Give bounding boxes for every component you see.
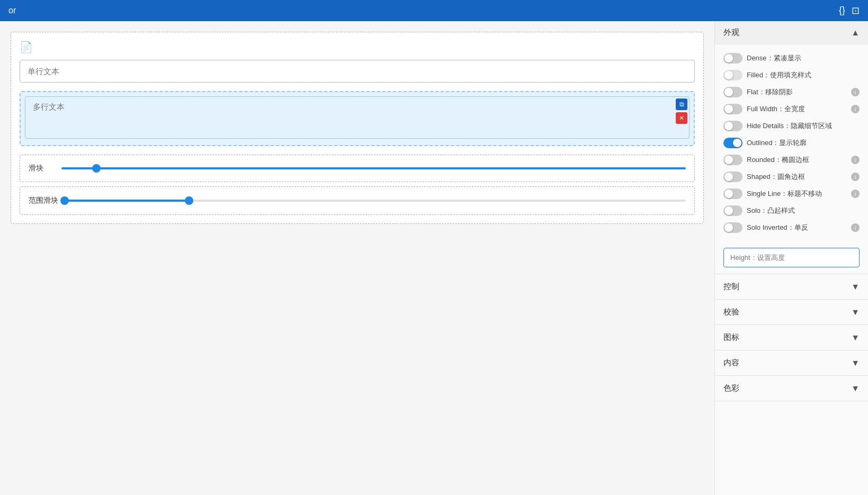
section-title-validate: 校验	[723, 307, 739, 317]
multiline-textarea[interactable]	[25, 96, 690, 139]
toggle-switch-soloinverted[interactable]	[723, 222, 742, 233]
toggle-knob-soloinverted	[724, 223, 733, 232]
toggle-label-soloinverted: Solo Inverted：单反	[747, 223, 808, 232]
toggle-label-flat: Flat：移除阴影	[747, 87, 793, 97]
height-input[interactable]	[723, 248, 860, 267]
range-slider-label: 范围滑块	[29, 196, 58, 205]
topbar-title: or	[8, 6, 16, 15]
info-icon-soloinverted[interactable]: i	[851, 223, 860, 232]
copy-button[interactable]: ⧉	[676, 98, 687, 110]
toggle-switch-fullwidth[interactable]	[723, 104, 742, 114]
toggle-switch-hidedetails[interactable]	[723, 121, 742, 131]
toggle-knob-hidedetails	[724, 122, 733, 130]
slider-input[interactable]	[61, 167, 686, 169]
appearance-chevron-icon: ▲	[851, 28, 860, 38]
toggle-left-hidedetails: Hide Details：隐藏细节区域	[723, 121, 832, 131]
height-section	[715, 241, 868, 274]
section-header-content[interactable]: 内容▼	[715, 350, 868, 376]
slider-section: 滑块	[20, 155, 695, 182]
chevron-icon-validate: ▼	[851, 308, 860, 317]
toggle-left-solo: Solo：凸起样式	[723, 205, 795, 216]
toggle-knob-shaped	[724, 173, 733, 181]
chevron-icon-content: ▼	[851, 358, 860, 368]
copy-icon: ⧉	[676, 98, 687, 110]
toggle-switch-filled	[723, 70, 742, 80]
topbar: or {} ⊡	[0, 0, 868, 21]
toggle-left-dense: Dense：紧凑显示	[723, 53, 801, 64]
toggle-switch-shaped[interactable]	[723, 172, 742, 182]
appearance-content: Dense：紧凑显示Filled：使用填充样式Flat：移除阴影iFull Wi…	[715, 44, 868, 241]
toggle-row-solo: Solo：凸起样式	[723, 202, 860, 219]
close-button[interactable]: ✕	[676, 112, 687, 124]
toggle-label-outlined: Outlined：显示轮廓	[747, 138, 807, 148]
range-section: 范围滑块	[20, 186, 695, 215]
main-layout: 📄 ⧉ ✕ 滑块	[0, 21, 868, 495]
toggle-row-fullwidth: Full Width：全宽度i	[723, 101, 860, 118]
toggle-label-shaped: Shaped：圆角边框	[747, 172, 805, 182]
toggle-knob-singleline	[724, 190, 733, 198]
appearance-section-header[interactable]: 外观 ▲	[715, 21, 868, 44]
toggle-label-filled: Filled：使用填充样式	[747, 70, 811, 80]
section-header-validate[interactable]: 校验▼	[715, 300, 868, 325]
toggle-knob-rounded	[724, 156, 733, 164]
toggle-row-singleline: Single Line：标题不移动i	[723, 185, 860, 202]
toggle-knob-solo	[724, 206, 733, 215]
right-panel: 外观 ▲ Dense：紧凑显示Filled：使用填充样式Flat：移除阴影iFu…	[714, 21, 868, 495]
toggle-label-hidedetails: Hide Details：隐藏细节区域	[747, 121, 832, 131]
toggle-row-dense: Dense：紧凑显示	[723, 50, 860, 67]
toggle-knob-flat	[724, 88, 733, 96]
range-thumb-right[interactable]	[185, 196, 193, 205]
toggle-switch-singleline[interactable]	[723, 188, 742, 199]
toggle-row-outlined: Outlined：显示轮廓	[723, 134, 860, 151]
toggle-left-flat: Flat：移除阴影	[723, 87, 793, 97]
toggle-switch-outlined[interactable]	[723, 138, 742, 148]
left-panel: 📄 ⧉ ✕ 滑块	[0, 21, 714, 495]
single-line-section	[20, 60, 695, 83]
close-icon: ✕	[676, 112, 687, 124]
code-icon[interactable]: {}	[839, 5, 845, 16]
info-icon-rounded[interactable]: i	[851, 156, 860, 164]
single-line-input[interactable]	[20, 60, 695, 83]
toggle-label-solo: Solo：凸起样式	[747, 206, 795, 215]
file-icon: 📄	[20, 41, 33, 53]
chevron-icon-control: ▼	[851, 282, 860, 292]
toggle-knob-outlined	[733, 139, 741, 147]
slider-label: 滑块	[29, 164, 55, 173]
toggle-left-singleline: Single Line：标题不移动	[723, 188, 822, 199]
info-icon-fullwidth[interactable]: i	[851, 105, 860, 113]
range-thumb-left[interactable]	[60, 196, 69, 205]
toggle-left-soloinverted: Solo Inverted：单反	[723, 222, 808, 233]
toggle-row-flat: Flat：移除阴影i	[723, 84, 860, 101]
toggle-left-rounded: Rounded：椭圆边框	[723, 155, 809, 165]
toggle-left-fullwidth: Full Width：全宽度	[723, 104, 805, 114]
collapsed-sections: 控制▼校验▼图标▼内容▼色彩▼	[715, 274, 868, 401]
toggle-label-dense: Dense：紧凑显示	[747, 53, 801, 63]
range-track-fill	[65, 200, 189, 202]
multiline-action-icons: ⧉ ✕	[676, 98, 687, 124]
section-header-icon[interactable]: 图标▼	[715, 325, 868, 350]
section-header-control[interactable]: 控制▼	[715, 274, 868, 300]
toggle-row-soloinverted: Solo Inverted：单反i	[723, 219, 860, 236]
section-header-color[interactable]: 色彩▼	[715, 376, 868, 401]
chevron-icon-icon: ▼	[851, 333, 860, 343]
info-icon-shaped[interactable]: i	[851, 173, 860, 181]
toggle-switch-flat[interactable]	[723, 87, 742, 97]
expand-icon[interactable]: ⊡	[852, 5, 860, 16]
multiline-section: ⧉ ✕	[20, 91, 695, 146]
toggle-label-fullwidth: Full Width：全宽度	[747, 104, 805, 114]
chevron-icon-color: ▼	[851, 384, 860, 393]
info-icon-singleline[interactable]: i	[851, 190, 860, 198]
section-title-color: 色彩	[723, 383, 739, 393]
toggle-switch-solo[interactable]	[723, 205, 742, 216]
toggle-left-shaped: Shaped：圆角边框	[723, 172, 805, 182]
toggle-switch-dense[interactable]	[723, 53, 742, 64]
section-title-control: 控制	[723, 282, 739, 292]
appearance-title: 外观	[723, 28, 739, 38]
section-title-icon: 图标	[723, 332, 739, 343]
toggle-left-filled: Filled：使用填充样式	[723, 70, 811, 80]
toggle-label-singleline: Single Line：标题不移动	[747, 189, 822, 199]
toggle-switch-rounded[interactable]	[723, 155, 742, 165]
file-icon-row: 📄	[20, 41, 695, 53]
toggle-row-filled: Filled：使用填充样式	[723, 67, 860, 84]
info-icon-flat[interactable]: i	[851, 88, 860, 96]
